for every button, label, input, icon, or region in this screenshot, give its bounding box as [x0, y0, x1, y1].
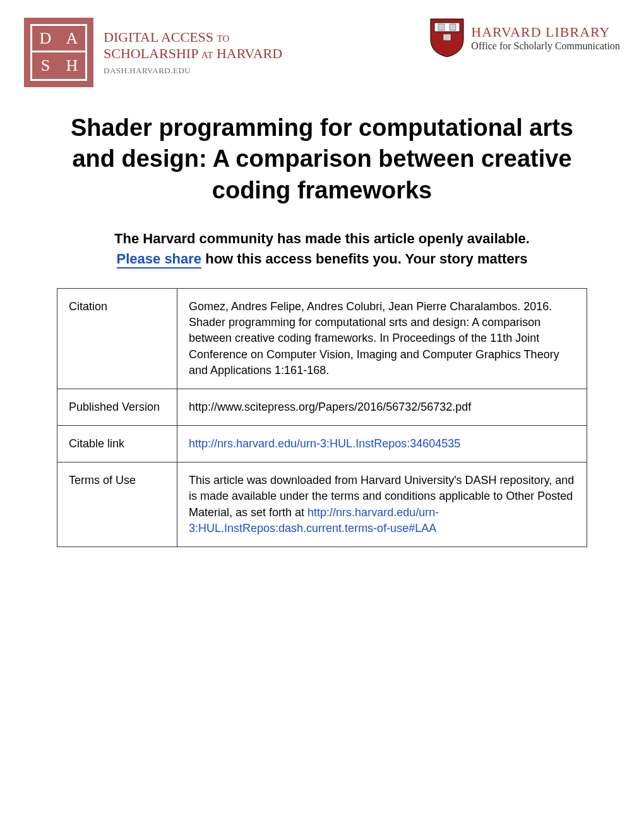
dash-line1-small: TO	[217, 33, 230, 44]
harvard-office-subtitle: Office for Scholarly Communication	[471, 40, 620, 52]
citable-link-value: http://nrs.harvard.edu/urn-3:HUL.InstRep…	[177, 426, 587, 462]
page-header: D A S H DIGITAL ACCESS TO SCHOLARSHIP AT…	[24, 18, 620, 87]
dash-url: DASH.HARVARD.EDU	[104, 66, 282, 76]
table-row: Citation Gomez, Andres Felipe, Andres Co…	[57, 288, 587, 389]
dash-logo-a: A	[59, 26, 85, 52]
dash-logo-s: S	[32, 52, 59, 79]
dash-branding: D A S H DIGITAL ACCESS TO SCHOLARSHIP AT…	[24, 18, 282, 87]
citable-link-label: Citable link	[57, 426, 177, 462]
table-row: Citable link http://nrs.harvard.edu/urn-…	[57, 426, 587, 462]
harvard-branding: HARVARD LIBRARY Office for Scholarly Com…	[429, 18, 620, 58]
dash-line1-pre: DIGITAL ACCESS	[104, 29, 213, 45]
published-version-value: http://www.scitepress.org/Papers/2016/56…	[177, 389, 587, 425]
terms-label: Terms of Use	[57, 462, 177, 547]
table-row: Terms of Use This article was downloaded…	[57, 462, 587, 547]
article-title: Shader programming for computational art…	[62, 112, 582, 206]
svg-rect-2	[450, 24, 456, 30]
open-access-statement: The Harvard community has made this arti…	[100, 229, 544, 269]
dash-line2-pre: SCHOLARSHIP	[104, 45, 198, 61]
dash-logo-h: H	[59, 52, 85, 79]
citation-value: Gomez, Andres Felipe, Andres Colubri, Je…	[177, 288, 587, 389]
terms-value: This article was downloaded from Harvard…	[177, 462, 587, 547]
please-share-link[interactable]: Please share	[117, 251, 202, 269]
dash-title-text: DIGITAL ACCESS TO SCHOLARSHIP AT HARVARD…	[104, 18, 282, 87]
dash-logo-icon: D A S H	[24, 18, 93, 87]
citation-label: Citation	[57, 288, 177, 389]
metadata-table: Citation Gomez, Andres Felipe, Andres Co…	[57, 288, 587, 547]
subtitle-part2: how this access benefits you. Your story…	[201, 251, 527, 267]
published-version-label: Published Version	[57, 389, 177, 425]
harvard-library-title: HARVARD LIBRARY	[471, 24, 620, 40]
dash-line2-small: AT	[201, 50, 213, 60]
dash-line2-post: HARVARD	[217, 45, 282, 61]
subtitle-part1: The Harvard community has made this arti…	[114, 231, 530, 246]
svg-rect-1	[438, 24, 444, 30]
harvard-shield-icon	[429, 18, 465, 58]
svg-rect-3	[443, 34, 451, 40]
table-row: Published Version http://www.scitepress.…	[57, 389, 587, 425]
dash-logo-d: D	[32, 26, 59, 52]
citable-link[interactable]: http://nrs.harvard.edu/urn-3:HUL.InstRep…	[189, 437, 460, 450]
